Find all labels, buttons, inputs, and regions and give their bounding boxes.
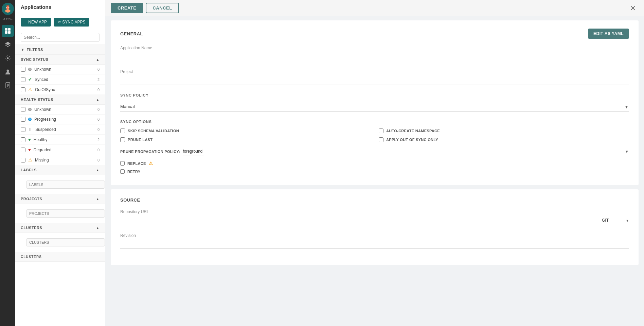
sync-synced-count: 2 (97, 78, 100, 82)
apply-out-of-sync-checkbox[interactable] (379, 137, 383, 142)
health-unknown-row: Unknown 0 (15, 105, 105, 115)
health-degraded-checkbox[interactable] (21, 148, 25, 152)
clusters-input-wrapper (15, 233, 105, 252)
sync-outofsync-icon: ⚠ (28, 87, 32, 92)
sync-apps-button[interactable]: ⟳ SYNC APPS (54, 18, 89, 27)
repo-url-field: Repository URL GIT Helm (120, 209, 629, 225)
health-healthy-icon: ♥ (28, 137, 31, 142)
general-section: GENERAL EDIT AS YAML Application Name Pr… (111, 20, 639, 185)
left-panel: Applications + NEW APP ⟳ SYNC APPS ▼ FIL… (15, 0, 105, 326)
replace-warning-icon: ⚠ (149, 161, 153, 166)
health-unknown-checkbox[interactable] (21, 107, 25, 112)
svg-point-4 (8, 7, 9, 8)
health-missing-checkbox[interactable] (21, 158, 25, 162)
sync-outofsync-count: 0 (97, 88, 100, 92)
auto-create-namespace-row: AUTO-CREATE NAMESPACE (379, 128, 629, 133)
health-degraded-row: ♥ Degraded 0 (15, 145, 105, 155)
sidebar-user-icon[interactable] (2, 66, 14, 78)
sync-status-header[interactable]: SYNC STATUS ▲ (15, 55, 105, 65)
sidebar-apps-icon[interactable] (2, 25, 14, 37)
sync-policy-select[interactable]: Manual Automatic (120, 102, 629, 111)
app-name-input[interactable] (120, 52, 629, 61)
replace-row: REPLACE ⚠ (120, 161, 629, 166)
sync-unknown-dot (28, 68, 32, 71)
sync-synced-label: Synced (35, 77, 48, 82)
sync-synced-row: ✔ Synced 2 (15, 74, 105, 85)
project-input[interactable] (120, 75, 629, 85)
clusters-chevron: ▲ (96, 226, 100, 230)
clusters-input[interactable] (26, 238, 105, 246)
sync-options-title: SYNC OPTIONS (120, 120, 629, 124)
cancel-button[interactable]: CANCEL (146, 3, 179, 13)
repo-url-row: Repository URL GIT Helm (120, 209, 629, 225)
revision-label: Revision (120, 233, 629, 238)
repo-url-input[interactable] (120, 216, 598, 225)
svg-rect-7 (5, 31, 7, 34)
new-app-button[interactable]: + NEW APP (21, 18, 51, 27)
health-unknown-label: Unknown (34, 107, 51, 112)
health-suspended-icon: ⏸ (28, 127, 33, 132)
labels-input[interactable] (26, 181, 105, 189)
sidebar-settings-icon[interactable] (2, 52, 14, 64)
sidebar-nav: v2.2.2+c (0, 0, 15, 326)
git-select-wrapper: GIT Helm (602, 216, 629, 225)
health-status-header[interactable]: HEALTH STATUS ▲ (15, 95, 105, 105)
search-input[interactable] (21, 33, 100, 42)
health-degraded-label: Degraded (34, 148, 52, 152)
health-suspended-checkbox[interactable] (21, 127, 25, 132)
apply-out-of-sync-label: APPLY OUT OF SYNC ONLY (386, 138, 438, 142)
git-select[interactable]: GIT Helm (602, 216, 617, 225)
close-button[interactable]: ✕ (627, 3, 639, 14)
clusters-header[interactable]: CLUSTERS ▲ (15, 223, 105, 233)
edit-yaml-button[interactable]: EDIT AS YAML (588, 29, 629, 39)
sync-status-chevron: ▲ (96, 58, 100, 62)
general-title-row: GENERAL EDIT AS YAML (120, 29, 629, 39)
health-status-label: HEALTH STATUS (21, 98, 53, 102)
svg-point-2 (5, 10, 11, 13)
svg-point-3 (6, 7, 7, 8)
create-button[interactable]: CREATE (111, 3, 143, 13)
repo-url-input-wrapper: Repository URL (120, 209, 598, 225)
top-actions: + NEW APP ⟳ SYNC APPS (15, 14, 105, 30)
sidebar-docs-icon[interactable] (2, 79, 14, 91)
health-suspended-label: Suspended (35, 127, 56, 132)
labels-header[interactable]: LABELS ▲ (15, 165, 105, 175)
sync-synced-icon: ✔ (28, 77, 32, 82)
auto-create-namespace-label: AUTO-CREATE NAMESPACE (386, 129, 440, 133)
health-status-chevron: ▲ (96, 98, 100, 102)
health-healthy-checkbox[interactable] (21, 137, 25, 142)
revision-input[interactable] (120, 239, 629, 249)
panel-title: Applications (21, 4, 51, 10)
skip-schema-checkbox[interactable] (120, 128, 125, 133)
health-missing-label: Missing (35, 158, 49, 162)
source-title: SOURCE (120, 198, 140, 203)
prune-propagation-select[interactable]: foreground background orphan (183, 148, 204, 155)
health-healthy-label: Healthy (34, 137, 48, 142)
labels-label: LABELS (21, 168, 37, 172)
prune-last-checkbox[interactable] (120, 137, 125, 142)
skip-schema-row: SKIP SCHEMA VALIDATION (120, 128, 371, 133)
health-unknown-count: 0 (97, 107, 100, 111)
projects-chevron: ▲ (96, 197, 100, 201)
sync-unknown-row: Unknown 0 (15, 65, 105, 74)
app-name-label: Application Name (120, 46, 629, 50)
sync-outofsync-row: ⚠ OutOfSync 0 (15, 85, 105, 95)
retry-checkbox[interactable] (120, 169, 125, 174)
sidebar-layers-icon[interactable] (2, 38, 14, 51)
app-name-field: Application Name (120, 46, 629, 61)
health-progressing-checkbox[interactable] (21, 117, 25, 122)
sync-outofsync-checkbox[interactable] (21, 87, 25, 92)
prune-last-label: PRUNE LAST (128, 138, 153, 142)
projects-header[interactable]: PROJECTS ▲ (15, 194, 105, 204)
filters-header[interactable]: ▼ FILTERS (15, 45, 105, 55)
health-healthy-row: ♥ Healthy 2 (15, 135, 105, 145)
sync-synced-checkbox[interactable] (21, 77, 25, 82)
main-content: CREATE CANCEL ✕ GENERAL EDIT AS YAML App… (105, 0, 644, 326)
replace-checkbox[interactable] (120, 161, 125, 166)
retry-label: RETRY (127, 170, 140, 174)
projects-input[interactable] (26, 209, 105, 218)
auto-create-namespace-checkbox[interactable] (379, 128, 383, 133)
sync-unknown-checkbox[interactable] (21, 67, 25, 72)
avatar[interactable] (2, 3, 14, 15)
prune-propagation-row: PRUNE PROPAGATION POLICY: foreground bac… (120, 148, 629, 155)
